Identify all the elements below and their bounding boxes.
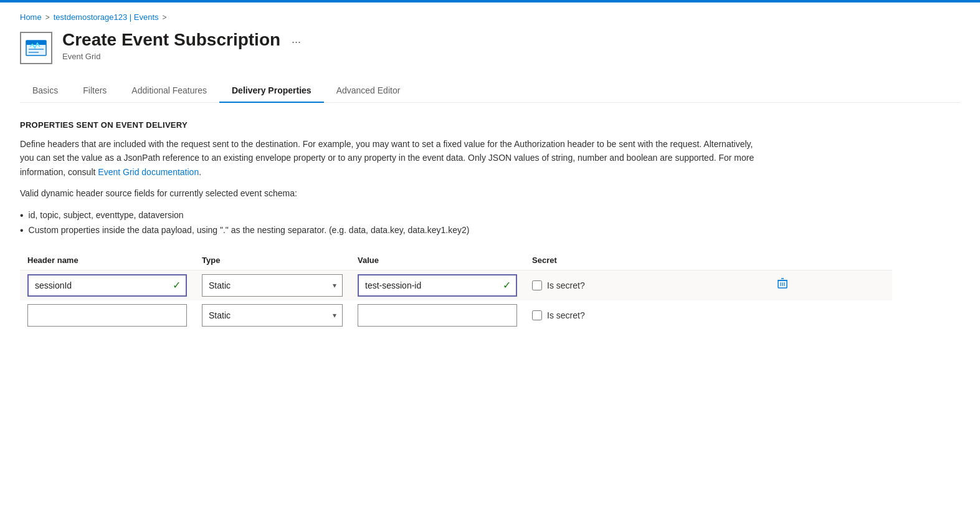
bullet-item-2: Custom properties inside the data payloa… <box>20 223 892 238</box>
row2-type-wrapper: Static Dynamic ▾ <box>202 304 343 327</box>
row2-header-name-wrapper <box>27 304 187 327</box>
event-grid-docs-link[interactable]: Event Grid documentation <box>98 167 199 177</box>
row2-secret-checkbox[interactable] <box>532 310 542 320</box>
bullet-intro: Valid dynamic header source fields for c… <box>20 186 768 200</box>
row1-type-cell: Static Dynamic ▾ <box>194 270 350 300</box>
row2-actions-cell <box>764 300 892 330</box>
row2-value-input[interactable] <box>358 304 517 327</box>
row1-secret-label: Is secret? <box>547 280 585 290</box>
row1-header-name-input[interactable] <box>27 274 187 297</box>
th-type: Type <box>194 251 350 270</box>
row2-value-wrapper <box>358 304 517 327</box>
tab-filters[interactable]: Filters <box>70 79 119 103</box>
th-secret: Secret <box>525 251 764 270</box>
delivery-properties-table: Header name Type Value Secret ✓ <box>20 251 892 330</box>
tab-additional-features[interactable]: Additional Features <box>119 79 219 103</box>
event-grid-icon <box>20 32 52 64</box>
tabs-nav: Basics Filters Additional Features Deliv… <box>20 79 960 103</box>
breadcrumb-sep-1: > <box>45 13 50 22</box>
table-row-2: Static Dynamic ▾ <box>20 300 892 330</box>
row1-header-name-wrapper: ✓ <box>27 274 187 297</box>
row1-secret-wrapper: Is secret? <box>532 280 757 290</box>
row1-value-wrapper: ✓ <box>358 274 517 297</box>
breadcrumb-events[interactable]: testdemostorage123 | Events <box>54 12 159 22</box>
breadcrumb-home[interactable]: Home <box>20 12 42 22</box>
svg-rect-1 <box>26 41 46 45</box>
row1-delete-cell <box>764 270 892 300</box>
row1-type-select[interactable]: Static Dynamic <box>202 274 343 297</box>
page-title: Create Event Subscription <box>62 29 280 50</box>
row2-secret-label: Is secret? <box>547 310 585 320</box>
content-area: PROPERTIES SENT ON EVENT DELIVERY Define… <box>20 120 892 330</box>
section-title: PROPERTIES SENT ON EVENT DELIVERY <box>20 120 892 130</box>
breadcrumb: Home > testdemostorage123 | Events > <box>20 12 960 22</box>
page-subtitle: Event Grid <box>62 52 305 61</box>
row1-type-wrapper: Static Dynamic ▾ <box>202 274 343 297</box>
th-header-name: Header name <box>20 251 194 270</box>
row2-value-cell <box>350 300 525 330</box>
th-value: Value <box>350 251 525 270</box>
page-title-group: Create Event Subscription ... Event Grid <box>62 29 305 61</box>
row1-header-name-checkmark: ✓ <box>173 279 181 291</box>
ellipsis-button[interactable]: ... <box>288 31 305 49</box>
row1-value-cell: ✓ <box>350 270 525 300</box>
row2-secret-wrapper: Is secret? <box>532 310 757 320</box>
tab-advanced-editor[interactable]: Advanced Editor <box>324 79 413 103</box>
bullet-item-1: id, topic, subject, eventtype, dataversi… <box>20 208 892 223</box>
tab-basics[interactable]: Basics <box>20 79 70 103</box>
row2-type-select[interactable]: Static Dynamic <box>202 304 343 327</box>
row1-secret-cell: Is secret? <box>525 270 764 300</box>
row2-secret-cell: Is secret? <box>525 300 764 330</box>
th-actions <box>764 251 892 270</box>
row1-value-checkmark: ✓ <box>503 279 511 291</box>
page-header: Create Event Subscription ... Event Grid <box>20 29 960 64</box>
row1-delete-button[interactable] <box>772 275 793 295</box>
row2-header-name-input[interactable] <box>27 304 187 327</box>
row1-header-name-cell: ✓ <box>20 270 194 300</box>
row1-value-input[interactable] <box>358 274 517 297</box>
bullet-list: id, topic, subject, eventtype, dataversi… <box>20 208 892 238</box>
row1-secret-checkbox[interactable] <box>532 280 542 290</box>
row2-header-name-cell <box>20 300 194 330</box>
table-row-1: ✓ Static Dynamic ▾ <box>20 270 892 300</box>
breadcrumb-sep-2: > <box>163 13 167 22</box>
tab-delivery-properties[interactable]: Delivery Properties <box>219 79 324 103</box>
row2-type-cell: Static Dynamic ▾ <box>194 300 350 330</box>
description-text: Define headers that are included with th… <box>20 137 768 179</box>
